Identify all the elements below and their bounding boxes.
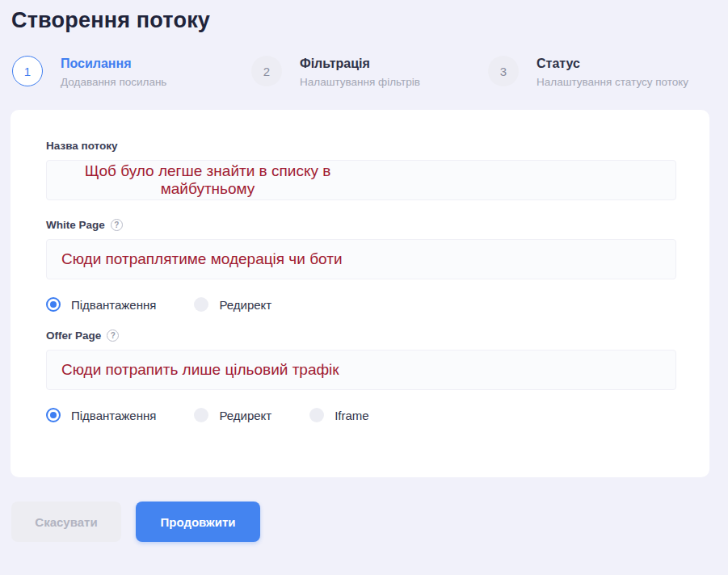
step-filtering[interactable]: 2 Фільтрація Налаштування фільтрів (251, 56, 488, 88)
step-links[interactable]: 1 Посилання Додавання посилань (12, 56, 251, 88)
radio-selected-icon[interactable] (46, 408, 61, 422)
step-subtitle: Налаштування фільтрів (300, 76, 420, 88)
step-subtitle: Налаштування статусу потоку (537, 76, 688, 88)
step-title: Посилання (61, 57, 166, 71)
white-page-label: White Page ? (46, 219, 676, 231)
help-icon[interactable]: ? (111, 219, 123, 231)
radio-white-pidvantazhennya[interactable]: Підвантаження (46, 297, 156, 312)
wizard-steps: 1 Посилання Додавання посилань 2 Фільтра… (0, 56, 728, 88)
step-title: Фільтрація (300, 57, 420, 71)
step-number-badge: 1 (12, 56, 43, 86)
radio-white-redirect[interactable]: Редирект (194, 297, 271, 312)
flow-creation-page: Створення потоку 1 Посилання Додавання п… (0, 0, 728, 575)
help-icon[interactable]: ? (107, 329, 119, 342)
offer-page-label: Offer Page ? (46, 329, 676, 342)
radio-unselected-icon[interactable] (309, 408, 324, 422)
flow-name-input[interactable]: Щоб було легше знайти в списку в майбутн… (46, 160, 676, 200)
radio-selected-icon[interactable] (46, 297, 61, 312)
radio-offer-pidvantazhennya[interactable]: Підвантаження (46, 408, 156, 422)
step-subtitle: Додавання посилань (61, 76, 166, 88)
continue-button[interactable]: Продовжити (136, 502, 260, 542)
form-card: Назва потоку Щоб було легше знайти в спи… (11, 110, 709, 477)
white-page-value: Сюди потраплятиме модерація чи боти (61, 250, 343, 268)
offer-page-mode-group: Підвантаження Редирект Iframe (46, 408, 676, 422)
radio-offer-iframe[interactable]: Iframe (309, 408, 369, 422)
flow-name-label: Назва потоку (46, 140, 676, 152)
white-page-mode-group: Підвантаження Редирект (46, 297, 676, 312)
flow-name-value: Щоб було легше знайти в списку в майбутн… (61, 162, 354, 198)
step-status[interactable]: 3 Статус Налаштування статусу потоку (488, 56, 728, 88)
radio-unselected-icon[interactable] (194, 408, 208, 422)
offer-page-input[interactable]: Сюди потрапить лише цільовий трафік (46, 350, 676, 390)
radio-unselected-icon[interactable] (194, 297, 208, 312)
cancel-button[interactable]: Скасувати (11, 502, 121, 542)
step-number-badge: 2 (251, 56, 282, 86)
step-title: Статус (537, 57, 688, 71)
step-number-badge: 3 (488, 56, 519, 86)
radio-offer-redirect[interactable]: Редирект (194, 408, 271, 422)
offer-page-value: Сюди потрапить лише цільовий трафік (61, 361, 339, 379)
white-page-input[interactable]: Сюди потраплятиме модерація чи боти (46, 239, 676, 279)
form-actions: Скасувати Продовжити (11, 502, 728, 542)
page-title: Створення потоку (0, 0, 728, 33)
